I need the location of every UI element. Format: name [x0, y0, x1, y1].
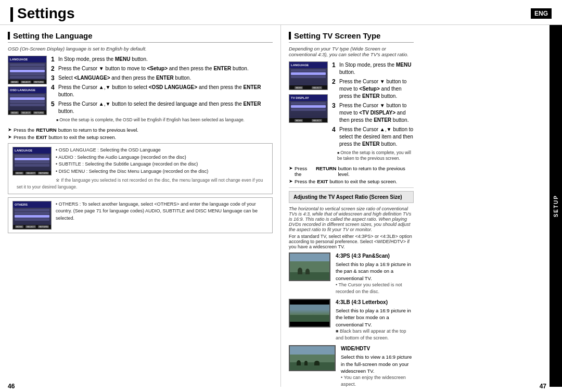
right-arrow-note-2: Press the EXIT button to exit the setup … — [289, 179, 414, 184]
left-info-box-1: LANGUAGE MOVE SELECT RETURN — [8, 143, 273, 194]
left-screens: LANGUAGE MOVE SELECT RETURN — [8, 56, 47, 123]
step-5: 5 Press the Cursor ▲,▼ button to select … — [51, 100, 273, 115]
aspect-wide-note: • You can enjoy the widescreen aspect. — [341, 374, 414, 387]
step-3: 3 Select <LANGUAGE> and then press the E… — [51, 74, 273, 82]
page-title: Settings — [10, 5, 74, 22]
right-screen-thumb-1: LANGUAGE MOVE SELECT — [289, 61, 328, 90]
aspect-wide-title: WIDE/HDTV — [341, 345, 414, 352]
left-steps-area: LANGUAGE MOVE SELECT RETURN — [8, 56, 273, 123]
right-steps: 1 In Stop mode, press the MENU button. 2… — [332, 61, 414, 161]
tv-screen-letterbox — [289, 299, 330, 327]
right-section-title: Setting TV Screen Type — [289, 31, 414, 43]
tv-screen-pan-scan — [289, 252, 330, 281]
adjusting-title: Adjusting the TV Aspect Ratio (Screen Si… — [293, 194, 402, 200]
left-section-title: Setting the Language — [8, 31, 273, 43]
screen-thumb-4: OTHERS MOVE SELECT RETURN — [12, 201, 52, 230]
right-subtitle: Depending on your TV type (Wide Screen o… — [289, 46, 414, 57]
aspect-4-3lb-title: 4:3LB (4:3 Letterbox) — [336, 299, 414, 306]
aspect-4-3ps-title: 4:3PS (4:3 Pan&Scan) — [336, 252, 414, 260]
left-note-1: Once the setup is complete, the OSD will… — [51, 117, 273, 123]
right-arrow-note-1: Press the RETURN button to return to the… — [289, 166, 414, 177]
page-header: Settings ENG — [0, 0, 562, 25]
right-screens: LANGUAGE MOVE SELECT — [289, 61, 328, 161]
screen-thumb-1: LANGUAGE MOVE SELECT RETURN — [8, 56, 47, 84]
tv-screen-wide-hdtv — [289, 345, 336, 371]
right-step-1: 1 In Stop mode, press the MENU button. — [332, 61, 414, 76]
right-step-3: 3 Press the Cursor ▼ button to move to <… — [332, 102, 414, 124]
adjusting-subtitle: The horizontal to vertical screen size r… — [289, 206, 414, 232]
eng-badge: ENG — [531, 8, 552, 19]
aspect-4-3lb: 4:3LB (4:3 Letterbox) Select this to pla… — [289, 299, 414, 341]
step-4: 4 Press the Cursor ▲,▼ button to select … — [51, 84, 273, 98]
adjusting-para2: For a standard TV, select either <4:3PS>… — [289, 234, 414, 249]
main-content: Setting the Language OSD (On-Screen Disp… — [0, 25, 562, 387]
right-column: Setting TV Screen Type Depending on your… — [281, 25, 422, 387]
aspect-4-3ps: 4:3PS (4:3 Pan&Scan) Select this to play… — [289, 252, 414, 295]
left-info-box-2: OTHERS MOVE SELECT RETURN — [8, 197, 273, 233]
aspect-wide: WIDE/HDTV Select this to view a 16:9 pic… — [289, 345, 414, 387]
right-column-wrapper: Setting TV Screen Type Depending on your… — [281, 25, 562, 387]
step-2: 2 Press the Cursor ▼ button to move to <… — [51, 65, 273, 72]
right-step-2: 2 Press the Cursor ▼ button to move to <… — [332, 78, 414, 100]
aspect-4-3lb-desc: Select this to play a 16:9 picture in th… — [336, 307, 414, 328]
screen-thumb-3: LANGUAGE MOVE SELECT RETURN — [12, 147, 52, 175]
right-note-1: Once the setup is complete, you will be … — [332, 150, 414, 161]
left-column: Setting the Language OSD (On-Screen Disp… — [0, 25, 281, 387]
left-arrow-note-2: Press the EXIT button to exit the setup … — [8, 134, 273, 140]
right-step-4: 4 Press the Cursor ▲,▼ button to select … — [332, 126, 414, 148]
step-1: 1 In Stop mode, press the MENU button. — [51, 56, 273, 63]
aspect-4-3ps-desc: Select this to play a 16:9 picture in th… — [336, 261, 414, 282]
aspect-wide-desc: Select this to view a 16:9 picture in th… — [341, 353, 414, 374]
aspect-4-3lb-note: ■ Black bars will appear at the top and … — [336, 328, 414, 341]
left-subtitle: OSD (On-Screen Display) language is set … — [8, 46, 273, 52]
left-steps: 1 In Stop mode, press the MENU button. 2… — [51, 56, 273, 123]
right-steps-area: LANGUAGE MOVE SELECT — [289, 61, 414, 161]
aspect-4-3ps-note: • The Cursor you selected is not recorde… — [336, 282, 414, 295]
page-number-right: 47 — [540, 383, 546, 390]
setup-tab: SETUP — [550, 25, 562, 387]
screen-thumb-2: OSD LANGUAGE MOVE SELECT RETURN — [8, 86, 47, 115]
left-arrow-note-1: Press the RETURN button to return to the… — [8, 127, 273, 133]
page-number-left: 46 — [8, 383, 15, 390]
right-screen-thumb-2: TV DISPLAY MOVE SELECT — [289, 94, 328, 123]
adjusting-box: Adjusting the TV Aspect Ratio (Screen Si… — [289, 191, 414, 203]
